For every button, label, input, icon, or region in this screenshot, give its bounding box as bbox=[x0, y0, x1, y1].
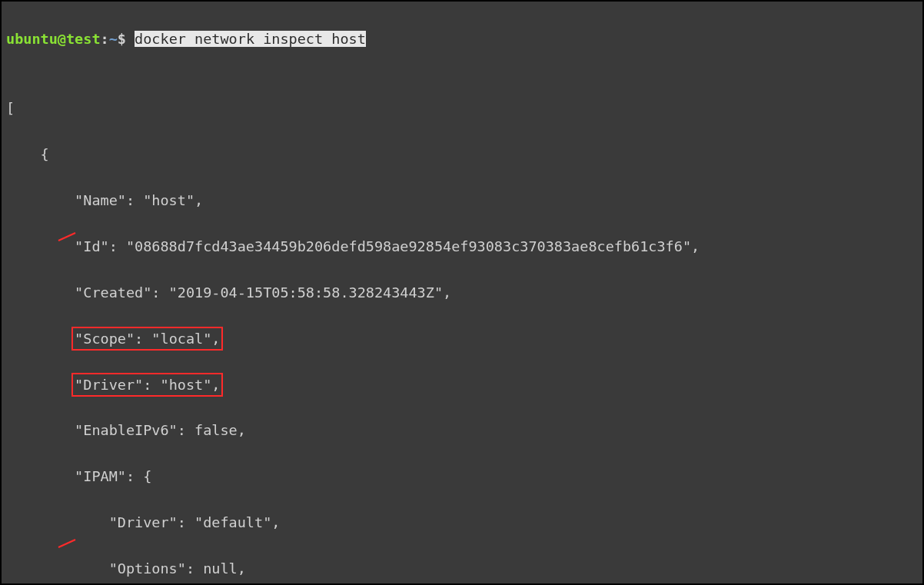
output-line-highlighted: "Scope": "local", bbox=[6, 327, 918, 351]
output-line: "Options": null, bbox=[6, 557, 918, 580]
terminal-area[interactable]: ubuntu@test:~$ docker network inspect ho… bbox=[2, 2, 922, 585]
prompt-colon: : bbox=[101, 31, 109, 47]
output-line: "Id": "08688d7fcd43ae34459b206defd598ae9… bbox=[6, 235, 918, 258]
indent bbox=[6, 331, 75, 347]
prompt-at: @ bbox=[58, 31, 66, 47]
output-line-highlighted: "Driver": "host", bbox=[6, 374, 918, 397]
arrow-icon bbox=[57, 490, 80, 501]
output-line: "Name": "host", bbox=[6, 189, 918, 212]
output-line: "EnableIPv6": false, bbox=[6, 419, 918, 442]
prompt-line: ubuntu@test:~$ docker network inspect ho… bbox=[6, 28, 918, 51]
output-line: "Created": "2019-04-15T05:58:58.32824344… bbox=[6, 281, 918, 304]
svg-line-2 bbox=[58, 540, 75, 547]
prompt-user: ubuntu bbox=[6, 31, 58, 47]
prompt-path: ~ bbox=[109, 31, 118, 47]
command-text: docker network inspect host bbox=[135, 31, 366, 47]
output-block: [ { "Name": "host", "Id": "08688d7fcd43a… bbox=[6, 74, 918, 585]
output-line: { bbox=[6, 143, 918, 166]
prompt-host: test bbox=[66, 31, 101, 47]
prompt-dollar: $ bbox=[118, 31, 126, 47]
output-line: [ bbox=[6, 97, 918, 120]
highlight-box-driver: "Driver": "host", bbox=[71, 373, 223, 397]
indent bbox=[6, 377, 75, 393]
highlight-box-scope: "Scope": "local", bbox=[71, 327, 223, 351]
output-line: "Driver": "default", bbox=[6, 511, 918, 534]
output-line: "IPAM": { bbox=[6, 465, 918, 488]
svg-line-0 bbox=[58, 233, 75, 241]
arrow-icon bbox=[57, 184, 80, 194]
